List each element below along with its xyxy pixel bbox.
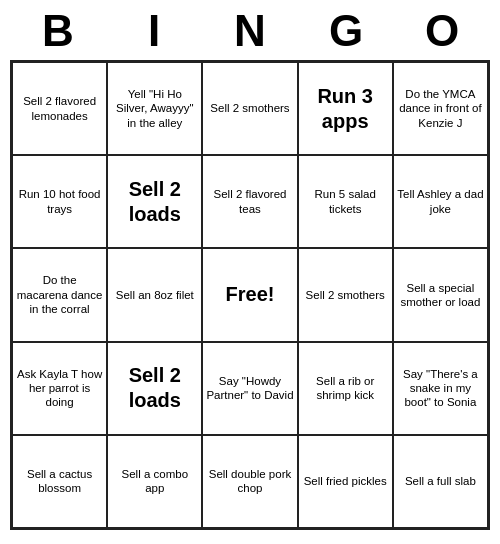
title-letter-b: B xyxy=(30,6,86,56)
bingo-cell-22: Sell double pork chop xyxy=(202,435,297,528)
bingo-cell-4: Do the YMCA dance in front of Kenzie J xyxy=(393,62,488,155)
bingo-cell-13: Sell 2 smothers xyxy=(298,248,393,341)
title-letter-o: O xyxy=(414,6,470,56)
title-letter-n: N xyxy=(222,6,278,56)
bingo-cell-21: Sell a combo app xyxy=(107,435,202,528)
bingo-cell-14: Sell a special smother or load xyxy=(393,248,488,341)
bingo-cell-23: Sell fried pickles xyxy=(298,435,393,528)
bingo-cell-20: Sell a cactus blossom xyxy=(12,435,107,528)
bingo-cell-6: Sell 2 loads xyxy=(107,155,202,248)
bingo-grid: Sell 2 flavored lemonadesYell "Hi Ho Sil… xyxy=(10,60,490,530)
bingo-cell-3: Run 3 apps xyxy=(298,62,393,155)
bingo-cell-9: Tell Ashley a dad joke xyxy=(393,155,488,248)
title-letter-i: I xyxy=(126,6,182,56)
bingo-cell-8: Run 5 salad tickets xyxy=(298,155,393,248)
bingo-cell-19: Say "There's a snake in my boot" to Soni… xyxy=(393,342,488,435)
bingo-cell-2: Sell 2 smothers xyxy=(202,62,297,155)
bingo-cell-15: Ask Kayla T how her parrot is doing xyxy=(12,342,107,435)
bingo-cell-12: Free! xyxy=(202,248,297,341)
bingo-cell-24: Sell a full slab xyxy=(393,435,488,528)
bingo-cell-11: Sell an 8oz filet xyxy=(107,248,202,341)
bingo-cell-5: Run 10 hot food trays xyxy=(12,155,107,248)
bingo-cell-17: Say "Howdy Partner" to David xyxy=(202,342,297,435)
bingo-cell-18: Sell a rib or shrimp kick xyxy=(298,342,393,435)
title-letter-g: G xyxy=(318,6,374,56)
bingo-cell-1: Yell "Hi Ho Silver, Awayyy" in the alley xyxy=(107,62,202,155)
bingo-cell-16: Sell 2 loads xyxy=(107,342,202,435)
bingo-cell-7: Sell 2 flavored teas xyxy=(202,155,297,248)
bingo-title: B I N G O xyxy=(10,0,490,60)
bingo-cell-10: Do the macarena dance in the corral xyxy=(12,248,107,341)
bingo-cell-0: Sell 2 flavored lemonades xyxy=(12,62,107,155)
